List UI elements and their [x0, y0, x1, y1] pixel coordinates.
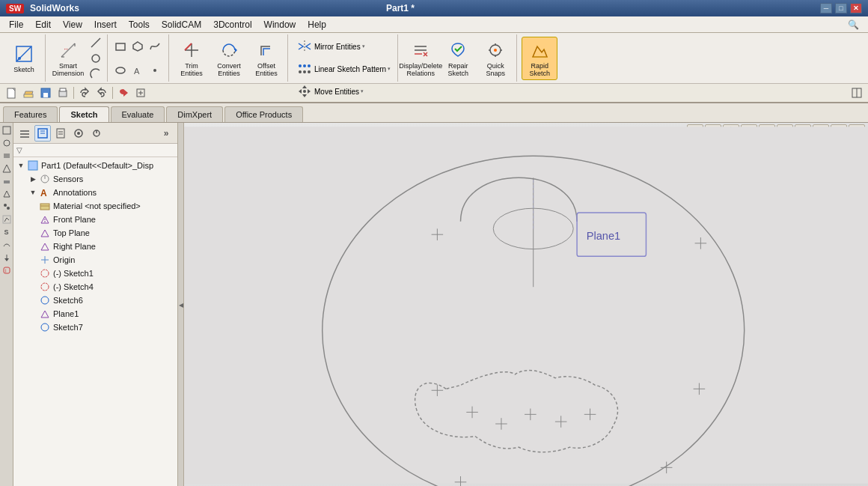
sidebar-btn-tree[interactable]	[16, 125, 33, 142]
sketch7-label: Sketch7	[53, 323, 83, 332]
trim-entities-button[interactable]: Trim Entities	[174, 37, 210, 80]
tree-item-origin[interactable]: ▶ Origin	[25, 253, 177, 267]
linear-sketch-button[interactable]: Linear Sketch Pattern ▾	[293, 58, 394, 79]
menu-insert[interactable]: Insert	[88, 16, 123, 32]
print-btn[interactable]	[55, 85, 71, 100]
tab-dimxpert[interactable]: DimXpert	[166, 106, 223, 122]
undo-btn[interactable]	[76, 85, 93, 100]
new-file-btn[interactable]	[3, 85, 19, 100]
collapse-handle[interactable]: ◀	[178, 123, 184, 486]
toolbar-separator-2	[112, 87, 113, 99]
quick-snaps-button[interactable]: Quick Snaps	[477, 37, 513, 80]
tab-sketch[interactable]: Sketch	[59, 106, 109, 122]
tab-features[interactable]: Features	[3, 106, 58, 122]
offset-entities-button[interactable]: Offset Entities	[248, 37, 284, 80]
svg-point-96	[41, 324, 49, 331]
tree-item-sketch6[interactable]: ▶ Sketch6	[25, 294, 177, 307]
sidebar-btn-more[interactable]: »	[158, 125, 174, 142]
display-delete-button[interactable]: Display/Delete Relations	[403, 37, 438, 80]
menu-3dcontrol[interactable]: 3Dcontrol	[207, 16, 257, 32]
panel-btn-12[interactable]: i	[1, 264, 13, 276]
menu-view[interactable]: View	[57, 16, 88, 32]
tree-item-plane1[interactable]: ▶ Plane1	[25, 307, 177, 321]
panel-btn-6[interactable]	[1, 188, 13, 200]
panel-btn-2[interactable]	[1, 137, 13, 149]
svg-text:A: A	[40, 188, 47, 198]
menu-file[interactable]: File	[3, 16, 29, 32]
move-entities-button[interactable]: Move Entities ▾	[293, 81, 367, 102]
circle-button[interactable]	[88, 51, 104, 66]
tree-item-top-plane[interactable]: ▶ Top Plane	[25, 226, 177, 240]
canvas[interactable]: ▾	[184, 123, 868, 486]
save-btn[interactable]	[37, 85, 54, 100]
maximize-button[interactable]: □	[835, 3, 847, 13]
close-button[interactable]: ✕	[850, 3, 862, 13]
trim-entities-icon	[181, 40, 202, 61]
mirror-top-row: Mirror Entities ▾	[293, 36, 394, 57]
rebuild-btn[interactable]	[115, 85, 132, 100]
title-bar: SW SolidWorks Part1 * ─ □ ✕	[0, 0, 868, 16]
minimize-button[interactable]: ─	[820, 3, 832, 13]
sidebar-btn-display[interactable]	[88, 125, 105, 142]
open-file-btn[interactable]	[20, 85, 37, 100]
panel-btn-11[interactable]	[1, 252, 13, 264]
sensors-expand: ▶	[28, 174, 37, 183]
toolbar-separator-1	[73, 87, 74, 99]
convert-entities-button[interactable]: Convert Entities	[211, 37, 247, 80]
spline-button[interactable]	[147, 39, 163, 54]
svg-point-11	[116, 67, 125, 73]
rapid-sketch-button[interactable]: Rapid Sketch	[522, 37, 557, 80]
sketch-button[interactable]: Sketch	[6, 37, 42, 80]
line-button[interactable]	[88, 35, 104, 50]
tree-item-sensors[interactable]: ▶ Sensors	[25, 172, 177, 186]
panel-btn-3[interactable]	[1, 150, 13, 162]
sidebar-btn-feature[interactable]	[34, 125, 51, 142]
search-menu-icon[interactable]: 🔍	[842, 16, 865, 32]
repair-sketch-label: Repair Sketch	[442, 62, 474, 77]
point-button[interactable]	[147, 63, 163, 78]
tab-office-products[interactable]: Office Products	[224, 106, 303, 122]
menu-window[interactable]: Window	[258, 16, 302, 32]
repair-sketch-button[interactable]: Repair Sketch	[440, 37, 476, 80]
tree-item-part[interactable]: ▼ Part1 (Default<<Default>_Disp	[13, 159, 177, 172]
zoom-fit-btn[interactable]	[132, 85, 149, 100]
panel-btn-1[interactable]	[1, 124, 13, 136]
sketch7-icon	[39, 321, 51, 333]
panel-btn-4[interactable]	[1, 162, 13, 174]
origin-label: Origin	[53, 255, 75, 264]
tree-item-front-plane[interactable]: ▶ Front Plane	[25, 213, 177, 226]
sidebar-btn-config[interactable]	[70, 125, 87, 142]
rapid-sketch-icon	[529, 40, 550, 61]
tree-item-sketch4[interactable]: ▶ (-) Sketch4	[25, 280, 177, 294]
tree-item-sketch1[interactable]: ▶ (-) Sketch1	[25, 267, 177, 280]
menu-help[interactable]: Help	[302, 16, 332, 32]
svg-rect-9	[116, 43, 125, 50]
smart-dimension-button[interactable]: ↔ SmartDimension	[50, 37, 86, 80]
annotations-expand: ▼	[28, 188, 37, 197]
ellipse-button[interactable]	[112, 63, 129, 78]
sidebar-btn-property[interactable]	[52, 125, 69, 142]
move-entities-dropdown: ▾	[361, 88, 364, 94]
panel-btn-9[interactable]: S	[1, 226, 13, 238]
polygon-button[interactable]	[129, 39, 146, 54]
text-button[interactable]: A	[129, 63, 146, 78]
menu-edit[interactable]: Edit	[29, 16, 57, 32]
small-toolbar	[0, 84, 868, 102]
svg-marker-25	[302, 85, 307, 88]
tree-item-sketch7[interactable]: ▶ Sketch7	[25, 321, 177, 334]
panel-btn-8[interactable]	[1, 213, 13, 225]
menu-solidcam[interactable]: SolidCAM	[156, 16, 207, 32]
panel-btn-5[interactable]	[1, 175, 13, 187]
menu-tools[interactable]: Tools	[123, 16, 156, 32]
view-toggle-btn[interactable]	[849, 85, 865, 100]
panel-btn-10[interactable]	[1, 239, 13, 251]
tree-item-annotations[interactable]: ▼ A Annotations	[25, 186, 177, 199]
tab-evaluate[interactable]: Evaluate	[111, 106, 165, 122]
mirror-entities-button[interactable]: Mirror Entities ▾	[293, 36, 369, 57]
tree-item-right-plane[interactable]: ▶ Right Plane	[25, 240, 177, 253]
arc-button[interactable]	[88, 67, 104, 82]
panel-btn-7[interactable]	[1, 201, 13, 213]
redo-btn[interactable]	[94, 85, 110, 100]
rectangle-button[interactable]	[112, 39, 129, 54]
tree-item-material[interactable]: ▶ Material <not specified>	[25, 199, 177, 213]
